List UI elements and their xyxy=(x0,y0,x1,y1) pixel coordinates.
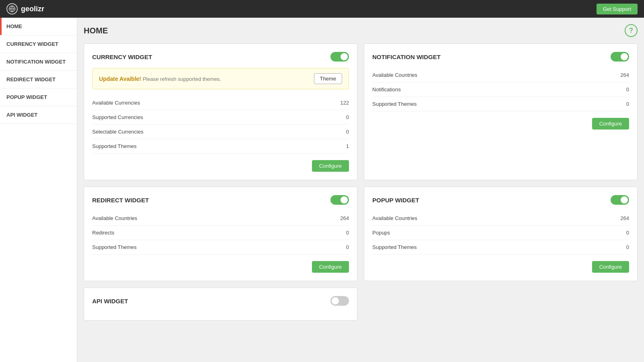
notification-widget-header: NOTIFICATION WIDGET xyxy=(372,52,629,62)
redirect-configure-button[interactable]: Configure xyxy=(312,261,349,273)
currency-stat-row-3: Supported Themes 1 xyxy=(92,139,349,154)
stat-label: Redirects xyxy=(92,230,114,236)
currency-stat-row-2: Selectable Currencies 0 xyxy=(92,125,349,139)
stat-label: Supported Themes xyxy=(372,101,417,107)
stat-value: 0 xyxy=(626,86,629,93)
page-title: HOME xyxy=(84,26,108,35)
topnav: geolizr Get Support xyxy=(0,0,644,18)
stat-label: Available Countries xyxy=(92,215,137,221)
sidebar-item-notification-widget[interactable]: NOTIFICATION WIDGET xyxy=(0,53,77,71)
notification-card-footer: Configure xyxy=(372,111,629,130)
currency-card-footer: Configure xyxy=(92,154,349,172)
stat-value: 0 xyxy=(626,230,629,236)
stat-label: Supported Themes xyxy=(372,244,417,250)
stat-value: 0 xyxy=(626,101,629,107)
notification-stat-row-1: Notifications 0 xyxy=(372,82,629,97)
popup-widget-header: POPUP WIDGET xyxy=(372,195,629,205)
stat-value: 264 xyxy=(620,215,629,221)
app-body: HOME CURRENCY WIDGET NOTIFICATION WIDGET… xyxy=(0,18,644,362)
popup-stat-row-1: Popups 0 xyxy=(372,226,629,240)
stat-value: 0 xyxy=(346,129,349,135)
stat-label: Selectable Currencies xyxy=(92,129,143,135)
stat-value: 122 xyxy=(340,100,349,106)
currency-stat-row-0: Available Currencies 122 xyxy=(92,96,349,110)
redirect-card-footer: Configure xyxy=(92,255,349,273)
sidebar-item-currency-widget[interactable]: CURRENCY WIDGET xyxy=(0,35,77,53)
sidebar-item-popup-widget[interactable]: POPUP WIDGET xyxy=(0,88,77,106)
redirect-widget-title: REDIRECT WIDGET xyxy=(92,197,149,204)
stat-label: Available Countries xyxy=(372,215,417,221)
sidebar: HOME CURRENCY WIDGET NOTIFICATION WIDGET… xyxy=(0,18,77,362)
stat-value: 0 xyxy=(626,244,629,250)
redirect-stat-row-2: Supported Themes 0 xyxy=(92,240,349,255)
stat-label: Available Countries xyxy=(372,72,417,78)
notification-widget-toggle[interactable] xyxy=(611,52,629,62)
currency-configure-button[interactable]: Configure xyxy=(312,160,349,172)
popup-widget-toggle[interactable] xyxy=(611,195,629,205)
popup-card-footer: Configure xyxy=(372,255,629,273)
logo-icon xyxy=(6,3,18,14)
redirect-widget-card: REDIRECT WIDGET Available Countries 264 … xyxy=(84,187,357,281)
currency-widget-header: CURRENCY WIDGET xyxy=(92,52,349,62)
page-title-bar: HOME ? xyxy=(84,24,638,37)
stat-value: 0 xyxy=(346,230,349,236)
get-support-button[interactable]: Get Support xyxy=(597,4,638,14)
notification-widget-title: NOTIFICATION WIDGET xyxy=(372,53,441,60)
currency-widget-toggle[interactable] xyxy=(330,52,349,62)
sidebar-item-redirect-widget[interactable]: REDIRECT WIDGET xyxy=(0,71,77,88)
api-widget-toggle[interactable] xyxy=(330,296,349,306)
help-icon[interactable]: ? xyxy=(625,24,638,37)
currency-widget-title: CURRENCY WIDGET xyxy=(92,53,152,60)
redirect-widget-header: REDIRECT WIDGET xyxy=(92,195,349,205)
notification-configure-button[interactable]: Configure xyxy=(592,118,629,130)
redirect-widget-toggle[interactable] xyxy=(330,195,349,205)
popup-widget-title: POPUP WIDGET xyxy=(372,197,419,204)
redirect-stat-row-1: Redirects 0 xyxy=(92,226,349,240)
currency-stat-row-1: Supported Currencies 0 xyxy=(92,110,349,125)
stat-value: 264 xyxy=(340,215,349,221)
stat-value: 0 xyxy=(346,114,349,120)
sidebar-item-api-widget[interactable]: API WIDGET xyxy=(0,106,77,124)
popup-stat-row-2: Supported Themes 0 xyxy=(372,240,629,255)
stat-label: Notifications xyxy=(372,86,401,93)
logo-text: geolizr xyxy=(21,5,44,13)
redirect-stat-row-0: Available Countries 264 xyxy=(92,211,349,226)
popup-stat-row-0: Available Countries 264 xyxy=(372,211,629,226)
stat-label: Popups xyxy=(372,230,390,236)
stat-label: Supported Currencies xyxy=(92,114,143,120)
currency-widget-card: CURRENCY WIDGET Update Avaible! Please r… xyxy=(84,43,357,180)
main-content: HOME ? CURRENCY WIDGET Update Avaible! P… xyxy=(77,18,644,362)
api-widget-card: API WIDGET xyxy=(84,288,357,321)
stat-value: 264 xyxy=(620,72,629,78)
popup-configure-button[interactable]: Configure xyxy=(592,261,629,273)
stat-label: Available Currencies xyxy=(92,100,140,106)
stat-value: 1 xyxy=(346,143,349,149)
popup-widget-card: POPUP WIDGET Available Countries 264 Pop… xyxy=(364,187,638,281)
stat-value: 0 xyxy=(346,244,349,250)
notification-stat-row-0: Available Countries 264 xyxy=(372,68,629,82)
logo: geolizr xyxy=(6,3,44,14)
sidebar-item-home[interactable]: HOME xyxy=(0,18,77,35)
theme-button[interactable]: Theme xyxy=(314,73,342,84)
stat-label: Supported Themes xyxy=(92,244,136,250)
currency-alert-text: Update Avaible! Please refresh supported… xyxy=(99,76,221,82)
api-widget-title: API WIDGET xyxy=(92,298,128,304)
currency-alert-banner: Update Avaible! Please refresh supported… xyxy=(92,68,349,89)
api-widget-header: API WIDGET xyxy=(92,296,349,306)
notification-widget-card: NOTIFICATION WIDGET Available Countries … xyxy=(364,43,638,180)
notification-stat-row-2: Supported Themes 0 xyxy=(372,97,629,111)
stat-label: Supported Themes xyxy=(92,143,136,149)
widgets-grid: CURRENCY WIDGET Update Avaible! Please r… xyxy=(84,43,638,321)
